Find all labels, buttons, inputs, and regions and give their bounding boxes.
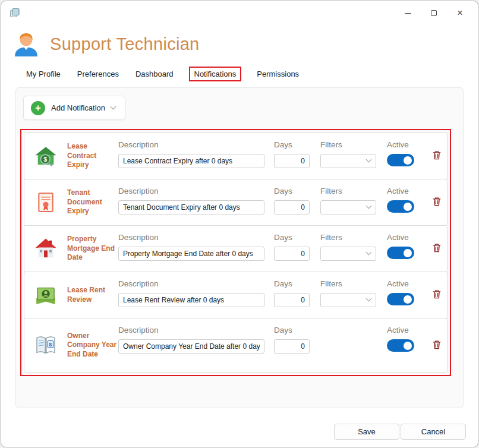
active-cell: Active [387, 133, 424, 179]
active-toggle[interactable] [387, 200, 414, 213]
notification-row: $ Lease Contract Expiry Description Days [24, 132, 448, 179]
row-name-cell: Lease Contract Expiry [67, 133, 118, 179]
toggle-knob [404, 342, 412, 350]
cancel-button[interactable]: Cancel [401, 424, 466, 440]
active-cell: Active [387, 318, 424, 372]
trash-icon [431, 339, 443, 351]
description-input[interactable] [118, 200, 264, 214]
tab-permissions[interactable]: Permissions [256, 67, 300, 81]
tab-my-profile[interactable]: My Profile [25, 67, 62, 81]
days-cell: Days [274, 318, 320, 372]
filters-column-header: Filters [320, 233, 387, 242]
save-button[interactable]: Save [334, 424, 399, 440]
close-icon[interactable]: × [447, 4, 473, 22]
days-input[interactable] [274, 200, 310, 214]
description-column-header: Description [118, 140, 274, 149]
days-input[interactable] [274, 293, 310, 307]
delete-notification-button[interactable] [430, 148, 444, 164]
filters-select[interactable] [320, 293, 376, 307]
active-toggle[interactable] [387, 154, 414, 166]
days-cell: Days [274, 226, 320, 272]
chevron-down-icon [366, 157, 372, 163]
delete-notification-button[interactable] [430, 337, 444, 354]
row-name-cell: Owner Company Year End Date [67, 318, 118, 372]
notification-name: Owner Company Year End Date [67, 332, 118, 359]
page-header: Support Technician [1, 25, 478, 61]
title-bar: × [1, 1, 478, 25]
notification-name: Property Mortgage End Date [67, 235, 118, 263]
red-house-icon [34, 237, 58, 261]
copy-window-icon [10, 8, 20, 18]
delete-notification-button[interactable] [430, 194, 444, 210]
maximize-icon[interactable] [421, 4, 447, 22]
active-toggle[interactable] [387, 247, 414, 259]
description-input[interactable] [118, 339, 264, 354]
notification-row: $ Owner Company Year End Date Descriptio… [24, 318, 448, 373]
filters-cell: Filters [320, 226, 387, 272]
trash-cell [424, 318, 449, 372]
trash-cell [424, 179, 449, 225]
active-toggle[interactable] [387, 339, 414, 352]
description-cell: Description [118, 133, 274, 179]
trash-cell [424, 272, 449, 318]
filters-cell: Filters [320, 272, 387, 318]
person-avatar-icon [12, 30, 40, 58]
description-input[interactable] [118, 247, 264, 261]
description-column-header: Description [118, 233, 274, 242]
filters-cell: Filters [320, 179, 387, 225]
row-name-cell: Property Mortgage End Date [67, 226, 118, 272]
description-input[interactable] [118, 293, 264, 307]
filters-select[interactable] [320, 200, 376, 214]
add-notification-button[interactable]: + Add Notification [23, 96, 125, 120]
days-input[interactable] [274, 247, 310, 261]
days-column-header: Days [274, 140, 320, 149]
footer-actions: Save Cancel [334, 424, 466, 440]
active-cell: Active [387, 272, 424, 318]
active-column-header: Active [387, 140, 424, 149]
days-input[interactable] [274, 154, 310, 168]
row-icon-cell: $ [24, 318, 67, 372]
notifications-panel: + Add Notification $ [15, 87, 464, 408]
active-column-header: Active [387, 326, 424, 335]
page-title: Support Technician [50, 34, 200, 54]
days-cell: Days [274, 179, 320, 225]
days-column-header: Days [274, 233, 320, 242]
row-icon-cell [24, 179, 67, 225]
filters-column-header: Filters [320, 140, 387, 149]
house-dollar-search-icon: $ [34, 144, 58, 168]
delete-notification-button[interactable] [430, 241, 444, 257]
notification-row: Lease Rent Review Description Days Filte… [24, 272, 448, 318]
notification-list-annotation-box: $ Lease Contract Expiry Description Days [20, 129, 451, 376]
active-column-header: Active [387, 233, 424, 242]
chevron-down-icon [366, 296, 372, 302]
filters-cell: Filters [320, 133, 387, 179]
description-cell: Description [118, 226, 274, 272]
filters-select[interactable] [320, 154, 376, 168]
filters-select[interactable] [320, 247, 376, 261]
description-input[interactable] [118, 154, 264, 168]
toggle-knob [404, 249, 412, 257]
trash-icon [431, 195, 443, 207]
row-icon-cell [24, 272, 67, 318]
trash-icon [431, 288, 443, 300]
minimize-icon[interactable] [395, 4, 421, 22]
add-notification-label: Add Notification [51, 103, 105, 112]
tab-dashboard[interactable]: Dashboard [134, 67, 175, 81]
tab-preferences[interactable]: Preferences [76, 67, 120, 81]
days-column-header: Days [274, 326, 320, 335]
notification-row: Property Mortgage End Date Description D… [24, 225, 448, 272]
active-toggle[interactable] [387, 293, 414, 305]
certificate-document-icon [34, 191, 58, 214]
tab-bar: My Profile Preferences Dashboard Notific… [1, 61, 478, 85]
description-cell: Description [118, 272, 274, 318]
row-icon-cell: $ [24, 133, 67, 179]
description-cell: Description [118, 318, 274, 372]
delete-notification-button[interactable] [430, 287, 444, 303]
tab-notifications[interactable]: Notifications [189, 67, 242, 81]
days-input[interactable] [274, 339, 310, 354]
trash-cell [424, 133, 449, 179]
days-cell: Days [274, 133, 320, 179]
description-cell: Description [118, 179, 274, 225]
toggle-knob [404, 156, 412, 165]
trash-icon [431, 242, 443, 254]
